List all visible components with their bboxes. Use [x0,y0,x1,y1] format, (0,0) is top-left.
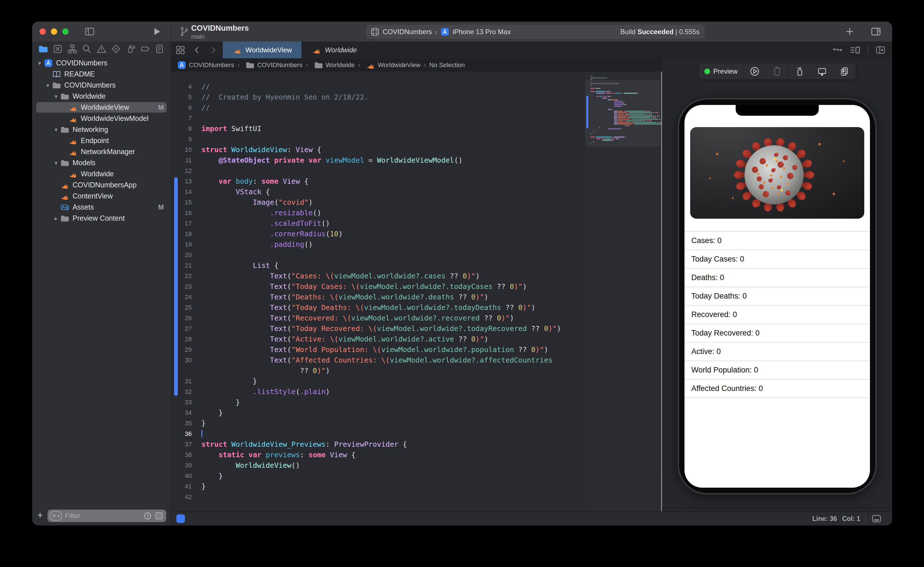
code-line-32[interactable]: 32 .listStyle(.plain) [171,386,583,397]
tab-worldwideview[interactable]: WorldwideView [222,42,302,58]
chevron-down-icon[interactable]: ▾ [52,93,60,100]
scheme-project-label[interactable]: COVIDNumbers [383,28,432,36]
sidebar-item-covidnumbersapp[interactable]: COVIDNumbersApp [32,179,171,190]
tests-navigator-icon[interactable] [111,44,122,54]
source-control-status-icon[interactable] [155,512,163,520]
list-item[interactable]: Affected Countries: 0 [685,380,870,398]
code-line-37[interactable]: 37struct WorldwideView_Previews: Preview… [171,439,583,450]
code-line-9[interactable]: 9 [171,134,583,144]
sidebar-item-preview-content[interactable]: ▸Preview Content [32,213,171,224]
code-line-19[interactable]: 19 .padding() [171,239,583,250]
list-item[interactable]: Deaths: 0 [685,269,870,287]
reports-navigator-icon[interactable] [154,44,165,54]
issues-navigator-icon[interactable] [96,44,107,54]
code-line-38[interactable]: 38 static var previews: some View { [171,450,583,460]
code-line-25[interactable]: 25 Text("Today Deaths: \(viewModel.world… [171,302,583,313]
stats-list[interactable]: Cases: 0Today Cases: 0Deaths: 0Today Dea… [685,231,870,398]
code-line-4[interactable]: 4// [171,81,583,92]
back-icon[interactable] [193,46,201,54]
plus-icon[interactable] [844,27,855,37]
sidebar-toggle-icon[interactable] [84,26,95,37]
source-control-navigator-icon[interactable] [53,44,63,54]
forward-icon[interactable] [209,46,217,54]
preview-display-button[interactable] [811,63,833,80]
code-line-13[interactable]: 13 var body: some View { [171,176,583,186]
code-line-8[interactable]: 8import SwiftUI [171,123,583,134]
code-line-27[interactable]: 27 Text("Today Recovered: \(viewModel.wo… [171,323,583,334]
code-line-14[interactable]: 14 VStack { [171,186,583,197]
code-line-24[interactable]: 24 Text("Deaths: \(viewModel.worldwide?.… [171,292,583,302]
iphone-screen[interactable]: Cases: 0Today Cases: 0Deaths: 0Today Dea… [685,105,870,488]
line-indicator[interactable]: Line: 36 [812,515,837,523]
list-item[interactable]: Recovered: 0 [685,306,870,324]
breakpoints-navigator-icon[interactable] [140,44,150,54]
code-line-23[interactable]: 23 Text("Today Cases: \(viewModel.worldw… [171,281,583,292]
chevron-down-icon[interactable]: ▾ [44,82,52,89]
minimap[interactable] [585,72,660,512]
inspector-toggle-icon[interactable] [870,26,882,37]
code-line-15[interactable]: 15 Image("covid") [171,197,583,208]
sidebar-item-networking[interactable]: ▾Networking [32,124,171,135]
sidebar-item-contentview[interactable]: ContentView [32,190,171,202]
code-line-35[interactable]: 35} [171,418,583,429]
sidebar-item-worldwideview[interactable]: WorldwideViewM [32,102,171,113]
filter-input[interactable]: ≡ ▾ Filter [48,510,166,522]
code-line-20[interactable]: 20 [171,250,583,260]
project-navigator-icon[interactable] [38,44,49,54]
adjust-editor-options-icon[interactable] [849,44,861,56]
sidebar-item-covidnumbers[interactable]: ▾COVIDNumbers [32,57,171,69]
code-line-21[interactable]: 21 List { [171,260,583,271]
add-file-button[interactable]: + [37,510,43,520]
minimize-window-button[interactable] [51,28,57,35]
breadcrumb-item[interactable]: COVIDNumbers [189,62,234,69]
recent-files-clock-icon[interactable] [143,512,152,520]
symbols-navigator-icon[interactable] [67,44,78,54]
scheme-selector[interactable]: COVIDNumbers › iPhone 13 Pro Max Build S… [366,25,705,39]
code-line-11[interactable]: 11 @StateObject private var viewModel = … [171,155,583,165]
code-line-34[interactable]: 34 } [171,408,583,418]
code-line-26[interactable]: 26 Text("Recovered: \(viewModel.worldwid… [171,313,583,323]
code-review-icon[interactable] [832,45,843,55]
tab-worldwide[interactable]: Worldwide [302,42,367,58]
close-window-button[interactable] [39,28,46,35]
sidebar-item-worldwide[interactable]: Worldwide [32,168,171,179]
code-line-31[interactable]: 31 } [171,376,583,386]
code-line-40[interactable]: 40 } [171,471,583,481]
debug-navigator-icon[interactable] [125,44,136,54]
code-line-41[interactable]: 41} [171,481,583,492]
code-line-42[interactable]: 42 [171,492,583,502]
sidebar-item-models[interactable]: ▾Models [32,157,171,168]
code-line-33[interactable]: 33 } [171,397,583,408]
chevron-down-icon[interactable]: ▾ [52,126,60,133]
preview-play-button[interactable] [743,63,766,80]
code-line-30[interactable]: 30 Text("Affected Countries: \(viewModel… [171,355,583,365]
list-item[interactable]: Today Deaths: 0 [685,287,870,306]
list-item[interactable]: Today Cases: 0 [685,250,870,269]
sidebar-item-readme[interactable]: README [32,69,171,80]
sidebar-item-worldwideviewmodel[interactable]: WorldwideViewModel [32,113,171,124]
code-line-17[interactable]: 17 .scaledToFit() [171,218,583,229]
build-status[interactable]: Build Succeeded | 0.555s [621,28,700,36]
editor-mode-icon[interactable] [176,514,185,523]
chevron-down-icon[interactable]: ▾ [36,60,44,66]
sidebar-item-covidnumbers[interactable]: ▾COVIDNumbers [32,80,171,91]
code-line-7[interactable]: 7 [171,113,583,123]
breadcrumb-item[interactable]: No Selection [429,62,465,69]
add-editor-icon[interactable] [875,45,886,56]
zoom-window-button[interactable] [62,28,69,35]
code-line-10[interactable]: 10struct WorldwideView: View { [171,144,583,155]
find-navigator-icon[interactable] [81,44,92,54]
code-line-39[interactable]: 39 WorldwideView() [171,460,583,471]
code-line-12[interactable]: 12 [171,165,583,176]
code-line-28[interactable]: 28 Text("Active: \(viewModel.worldwide?.… [171,334,583,344]
code-line-22[interactable]: 22 Text("Cases: \(viewModel.worldwide?.c… [171,271,583,281]
breadcrumb-item[interactable]: Worldwide [326,62,355,69]
code-line-29[interactable]: 29 Text("World Population: \(viewModel.w… [171,344,583,355]
code-line-wrap[interactable]: ?? 0)") [171,365,583,376]
list-item[interactable]: World Population: 0 [685,361,870,380]
code-line-6[interactable]: 6// [171,102,583,113]
sidebar-item-worldwide[interactable]: ▾Worldwide [32,91,171,102]
code-line-16[interactable]: 16 .resizable() [171,208,583,218]
sidebar-item-networkmanager[interactable]: NetworkManager [32,146,171,157]
breadcrumb-item[interactable]: COVIDNumbers [257,62,302,69]
